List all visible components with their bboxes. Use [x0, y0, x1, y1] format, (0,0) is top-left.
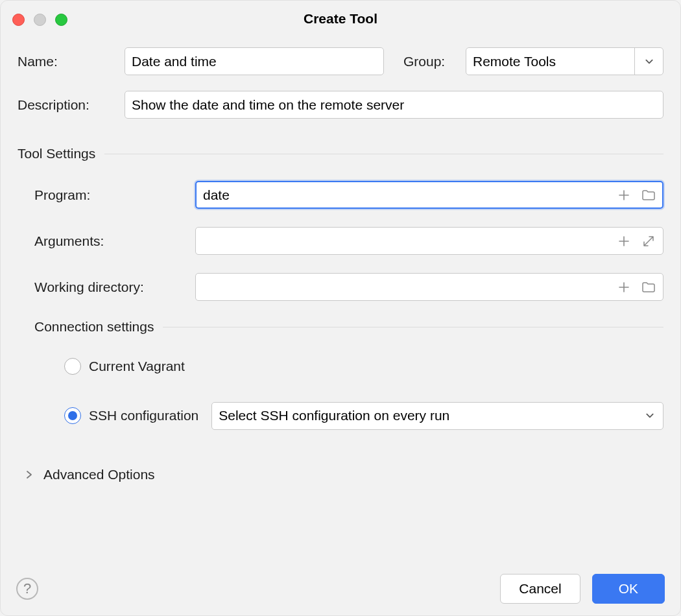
- titlebar: Create Tool: [1, 1, 680, 33]
- group-select-value: Remote Tools: [473, 54, 634, 69]
- insert-macro-button[interactable]: [614, 231, 634, 251]
- plus-icon: [617, 280, 631, 294]
- ssh-config-select[interactable]: Select SSH configuration on every run: [211, 402, 663, 430]
- ok-button[interactable]: OK: [592, 574, 665, 604]
- browse-button[interactable]: [639, 185, 658, 205]
- browse-button[interactable]: [639, 278, 658, 297]
- help-button[interactable]: ?: [16, 578, 38, 600]
- program-input[interactable]: [195, 181, 663, 209]
- arguments-label: Arguments:: [34, 233, 195, 249]
- group-select[interactable]: Remote Tools: [466, 47, 663, 75]
- insert-macro-button[interactable]: [614, 278, 634, 297]
- program-label: Program:: [34, 187, 195, 203]
- connection-settings-heading: Connection settings: [34, 319, 663, 335]
- create-tool-dialog: Create Tool Name: Group: Remote Tools De…: [0, 0, 681, 616]
- folder-icon: [641, 187, 656, 203]
- ssh-radio[interactable]: [64, 407, 81, 424]
- description-label: Description:: [18, 97, 125, 113]
- dialog-footer: ? Cancel OK: [16, 574, 665, 604]
- ssh-radio-label: SSH configuration: [89, 408, 198, 423]
- name-label: Name:: [18, 54, 125, 69]
- expand-button[interactable]: [639, 231, 658, 251]
- chevron-down-icon: [637, 403, 663, 429]
- folder-icon: [641, 279, 656, 295]
- working-directory-label: Working directory:: [34, 279, 195, 295]
- vagrant-radio-label: Current Vagrant: [89, 359, 185, 374]
- working-directory-input-wrapper: [195, 273, 663, 301]
- working-directory-input[interactable]: [195, 273, 663, 301]
- program-input-wrapper: [195, 181, 663, 209]
- insert-macro-button[interactable]: [614, 185, 634, 205]
- tool-settings-heading: Tool Settings: [18, 146, 663, 161]
- cancel-button[interactable]: Cancel: [500, 574, 580, 604]
- advanced-options-label: Advanced Options: [43, 467, 155, 482]
- vagrant-radio[interactable]: [64, 358, 81, 375]
- description-input[interactable]: [125, 91, 663, 119]
- plus-icon: [617, 234, 631, 248]
- plus-icon: [617, 188, 631, 202]
- expand-icon: [641, 234, 656, 248]
- ssh-config-select-value: Select SSH configuration on every run: [219, 408, 637, 423]
- dialog-title: Create Tool: [1, 11, 680, 27]
- chevron-down-icon: [634, 48, 663, 75]
- advanced-options-toggle[interactable]: Advanced Options: [25, 467, 663, 482]
- group-label: Group:: [403, 54, 466, 69]
- arguments-input-wrapper: [195, 227, 663, 255]
- chevron-right-icon: [25, 470, 43, 479]
- name-input[interactable]: [125, 47, 384, 75]
- arguments-input[interactable]: [195, 227, 663, 255]
- dialog-content: Name: Group: Remote Tools Description: T…: [1, 33, 680, 482]
